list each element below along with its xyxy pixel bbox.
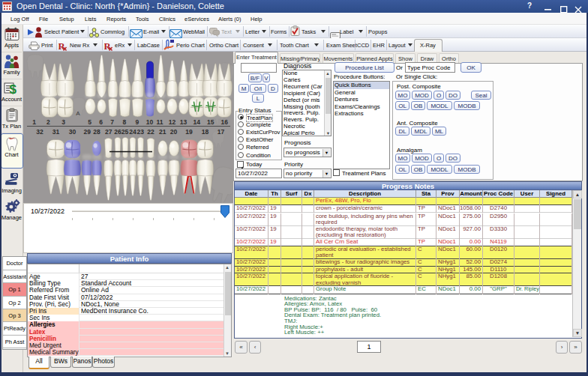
svg-text:29: 29	[83, 128, 91, 136]
svg-text:2: 2	[46, 118, 50, 126]
svg-text:30: 30	[69, 128, 76, 136]
svg-text:7: 7	[110, 118, 114, 126]
svg-text:24: 24	[129, 128, 136, 136]
svg-text:$: $	[10, 82, 17, 95]
svg-text:18: 18	[202, 128, 209, 136]
svg-text:6: 6	[99, 118, 103, 126]
svg-text:26: 26	[114, 128, 122, 136]
svg-text:3: 3	[62, 118, 65, 126]
svg-text:28: 28	[93, 128, 100, 136]
svg-text:32: 32	[36, 128, 44, 136]
svg-text:22: 22	[147, 128, 154, 136]
svg-text:9: 9	[135, 118, 139, 126]
svg-text:A: A	[76, 110, 80, 117]
svg-text:12: 12	[169, 118, 176, 126]
svg-text:25: 25	[122, 128, 129, 136]
svg-text:14: 14	[194, 118, 201, 126]
svg-text:5: 5	[88, 118, 92, 126]
svg-text:23: 23	[136, 128, 144, 136]
svg-text:10: 10	[146, 118, 154, 126]
svg-text:21: 21	[159, 128, 166, 136]
svg-text:8: 8	[122, 118, 126, 126]
svg-text:19: 19	[185, 128, 193, 136]
svg-text:17: 17	[218, 128, 225, 136]
svg-text:11: 11	[157, 118, 164, 126]
svg-text:16: 16	[221, 118, 229, 126]
svg-text:13: 13	[180, 118, 188, 126]
svg-text:1: 1	[32, 118, 36, 126]
svg-text:15: 15	[207, 118, 214, 126]
svg-text:20: 20	[170, 128, 178, 136]
svg-text:27: 27	[105, 128, 112, 136]
svg-text:31: 31	[52, 128, 60, 136]
